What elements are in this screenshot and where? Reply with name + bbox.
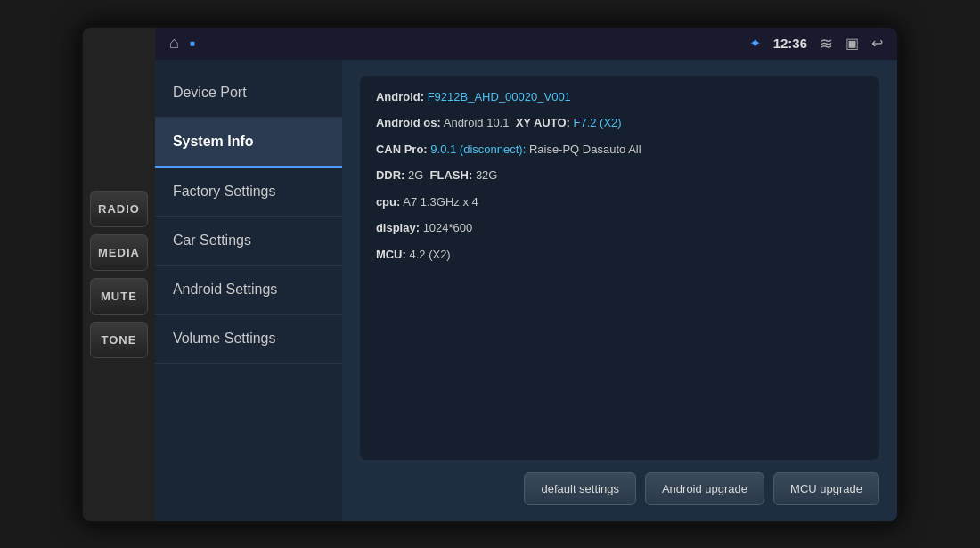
mute-button[interactable]: MUTE [90, 278, 148, 315]
media-button[interactable]: MEDIA [90, 234, 148, 271]
main-content: Device Port System Info Factory Settings… [155, 60, 897, 521]
back-icon[interactable]: ↩ [871, 35, 883, 52]
menu-item-device-port[interactable]: Device Port [155, 69, 342, 118]
mcu-upgrade-button[interactable]: MCU upgrade [773, 472, 879, 505]
info-row-display: display: 1024*600 [376, 219, 863, 237]
dot-icon: ■ [190, 38, 195, 48]
bottom-buttons: default settings Android upgrade MCU upg… [360, 472, 879, 505]
left-menu: Device Port System Info Factory Settings… [155, 60, 342, 521]
car-head-unit: RADIO MEDIA MUTE TONE ⌂ ■ ✦ 12:36 ≋ ▣ ↩ … [80, 25, 900, 524]
screen: ⌂ ■ ✦ 12:36 ≋ ▣ ↩ Device Port System Inf… [155, 28, 897, 521]
radio-button[interactable]: RADIO [90, 191, 148, 227]
bluetooth-icon: ✦ [749, 35, 761, 52]
info-block: Android: F9212B_AHD_00020_V001 Android o… [360, 76, 879, 460]
info-row-ddr: DDR: 2G FLASH: 32G [376, 167, 863, 184]
tone-button[interactable]: TONE [90, 322, 148, 358]
side-buttons-panel: RADIO MEDIA MUTE TONE [83, 28, 155, 521]
info-row-android-os: Android os: Android 10.1 XY AUTO: F7.2 (… [376, 114, 863, 132]
menu-item-car-settings[interactable]: Car Settings [155, 217, 342, 266]
info-row-can-pro: CAN Pro: 9.0.1 (disconnect): Raise-PQ Da… [376, 141, 863, 159]
info-row-cpu: cpu: A7 1.3GHz x 4 [376, 193, 863, 211]
menu-item-factory-settings[interactable]: Factory Settings [155, 168, 342, 217]
home-icon[interactable]: ⌂ [169, 34, 179, 53]
info-row-mcu: MCU: 4.2 (X2) [376, 246, 863, 264]
status-bar: ⌂ ■ ✦ 12:36 ≋ ▣ ↩ [155, 28, 897, 60]
window-icon[interactable]: ▣ [845, 35, 859, 52]
right-panel: Android: F9212B_AHD_00020_V001 Android o… [342, 60, 897, 521]
menu-item-volume-settings[interactable]: Volume Settings [155, 315, 342, 364]
info-row-android: Android: F9212B_AHD_00020_V001 [376, 88, 863, 106]
android-upgrade-button[interactable]: Android upgrade [645, 472, 764, 505]
menu-item-system-info[interactable]: System Info [155, 118, 342, 168]
default-settings-button[interactable]: default settings [524, 472, 635, 505]
menu-item-android-settings[interactable]: Android Settings [155, 266, 342, 315]
status-bar-right: ✦ 12:36 ≋ ▣ ↩ [749, 34, 883, 53]
time-display: 12:36 [773, 36, 807, 51]
status-bar-left: ⌂ ■ [169, 34, 195, 53]
signal-icon: ≋ [820, 34, 833, 53]
